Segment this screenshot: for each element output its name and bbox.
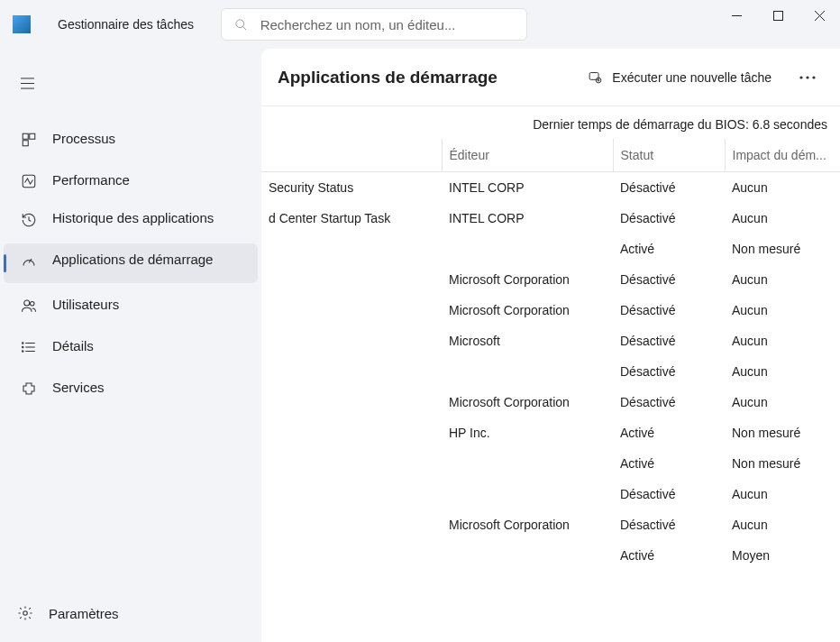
table-row[interactable]: Security StatusINTEL CORPDésactivéAucun [261, 172, 840, 203]
sidebar-item-label: Historique des applications [52, 209, 214, 227]
cell-name: d Center Startup Task [261, 203, 442, 234]
window-controls [716, 19, 840, 30]
sidebar-item-label: Processus [52, 130, 115, 148]
cell-status: Désactivé [613, 264, 725, 295]
search-icon [234, 18, 248, 32]
users-icon [20, 297, 38, 315]
cell-name: Security Status [261, 172, 442, 203]
main-panel: Applications de démarrage Exécuter une n… [261, 49, 840, 642]
sidebar-item-label: Détails [52, 337, 94, 355]
cell-impact: Aucun [725, 295, 840, 326]
sidebar-item-performance[interactable]: Performance [4, 160, 258, 200]
table-row[interactable]: Microsoft CorporationDésactivéAucun [261, 509, 840, 540]
cell-status: Désactivé [613, 509, 725, 540]
svg-point-21 [23, 351, 24, 353]
svg-point-0 [236, 19, 244, 27]
sidebar-item-app-history[interactable]: Historique des applications [4, 202, 258, 242]
sidebar-item-services[interactable]: Services [4, 368, 258, 408]
column-header-impact[interactable]: Impact du dém... [725, 139, 840, 172]
svg-point-22 [23, 611, 28, 616]
table-row[interactable]: Microsoft CorporationDésactivéAucun [261, 264, 840, 295]
cell-impact: Aucun [725, 172, 840, 203]
sidebar: Processus Performance Historique des app… [0, 49, 261, 642]
cell-publisher: INTEL CORP [442, 172, 613, 203]
sidebar-item-label: Utilisateurs [52, 296, 119, 314]
main-header: Applications de démarrage Exécuter une n… [261, 49, 840, 106]
cell-status: Désactivé [613, 203, 725, 234]
cell-publisher: Microsoft Corporation [442, 264, 613, 295]
svg-line-1 [242, 26, 246, 30]
cell-name [261, 264, 442, 295]
cell-publisher [442, 356, 613, 387]
sidebar-item-users[interactable]: Utilisateurs [4, 285, 258, 325]
cell-impact: Non mesuré [725, 234, 840, 264]
svg-point-14 [24, 300, 30, 306]
history-icon [20, 211, 38, 229]
list-icon [20, 338, 38, 356]
gauge-icon [20, 252, 38, 271]
table-row[interactable]: DésactivéAucun [261, 479, 840, 509]
cell-name [261, 387, 442, 417]
cell-impact: Non mesuré [725, 448, 840, 479]
sidebar-item-label: Services [52, 379, 105, 397]
cell-impact: Moyen [725, 540, 840, 571]
cell-status: Désactivé [613, 356, 725, 387]
titlebar: Gestionnaire des tâches [0, 0, 840, 49]
close-button[interactable] [799, 1, 840, 30]
sidebar-item-label: Applications de démarrage [52, 251, 213, 269]
cell-publisher: INTEL CORP [442, 203, 613, 234]
svg-point-15 [31, 302, 35, 307]
table-row[interactable]: DésactivéAucun [261, 356, 840, 387]
search-input[interactable] [260, 17, 514, 32]
cell-status: Désactivé [613, 172, 725, 203]
cell-publisher: Microsoft [442, 326, 613, 356]
cell-impact: Aucun [725, 387, 840, 417]
table-row[interactable]: ActivéNon mesuré [261, 234, 840, 264]
cell-status: Activé [613, 234, 725, 264]
table-row[interactable]: HP Inc.ActivéNon mesuré [261, 417, 840, 448]
column-header-status[interactable]: Statut [613, 139, 725, 172]
run-new-task-button[interactable]: Exécuter une nouvelle tâche [579, 64, 781, 90]
sidebar-item-settings[interactable]: Paramètres [0, 595, 261, 631]
sidebar-item-details[interactable]: Détails [4, 326, 258, 366]
table-row[interactable]: d Center Startup TaskINTEL CORPDésactivé… [261, 203, 840, 234]
svg-rect-3 [773, 11, 782, 20]
hamburger-button[interactable] [7, 67, 47, 99]
maximize-button[interactable] [757, 1, 799, 30]
cell-status: Désactivé [613, 295, 725, 326]
table-row[interactable]: Microsoft CorporationDésactivéAucun [261, 295, 840, 326]
app-title: Gestionnaire des tâches [58, 17, 194, 32]
puzzle-icon [20, 380, 38, 398]
cell-status: Activé [613, 540, 725, 571]
table-row[interactable]: ActivéNon mesuré [261, 448, 840, 479]
cell-publisher [442, 540, 613, 571]
page-title: Applications de démarrage [278, 68, 498, 87]
cell-status: Désactivé [613, 326, 725, 356]
search-box[interactable] [221, 8, 527, 41]
table-row[interactable]: ActivéMoyen [261, 540, 840, 571]
column-header-publisher[interactable]: Éditeur [442, 139, 613, 172]
sidebar-item-processes[interactable]: Processus [4, 119, 258, 159]
cell-status: Désactivé [613, 387, 725, 417]
svg-point-29 [812, 76, 815, 78]
sidebar-item-startup-apps[interactable]: Applications de démarrage [4, 243, 258, 283]
sidebar-item-label: Paramètres [49, 606, 119, 621]
bios-boot-time: Dernier temps de démarrage du BIOS: 6.8 … [261, 106, 840, 139]
cell-impact: Aucun [725, 326, 840, 356]
minimize-button[interactable] [716, 1, 757, 30]
cell-name [261, 540, 442, 571]
svg-point-20 [23, 346, 24, 348]
more-options-button[interactable] [791, 61, 824, 94]
startup-apps-table: Éditeur Statut Impact du dém... Security… [261, 139, 840, 642]
cell-name [261, 356, 442, 387]
activity-icon [20, 172, 38, 190]
column-header-name[interactable] [261, 139, 442, 172]
table-row[interactable]: Microsoft CorporationDésactivéAucun [261, 387, 840, 417]
cell-publisher: Microsoft Corporation [442, 295, 613, 326]
table-row[interactable]: MicrosoftDésactivéAucun [261, 326, 840, 356]
cell-publisher [442, 479, 613, 509]
svg-point-27 [799, 76, 802, 78]
cell-name [261, 448, 442, 479]
sidebar-item-label: Performance [52, 171, 130, 189]
cell-status: Désactivé [613, 479, 725, 509]
